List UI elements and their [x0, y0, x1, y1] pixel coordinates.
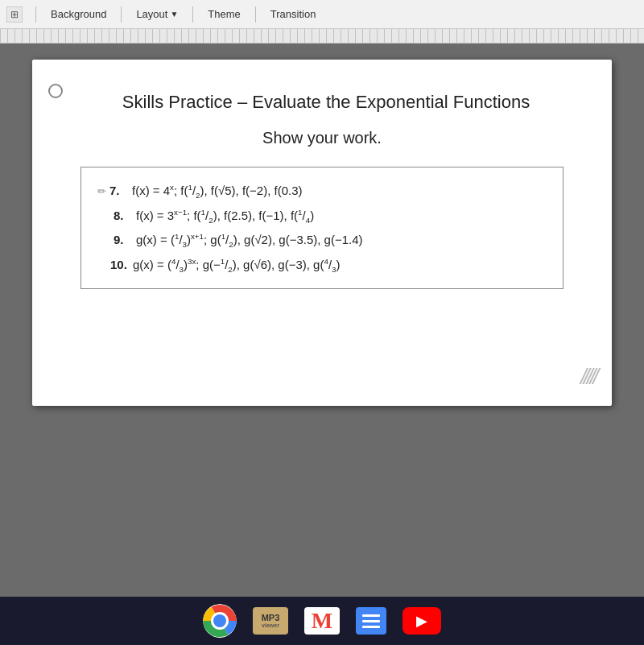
- transition-button[interactable]: Transition: [262, 5, 324, 23]
- gmail-app-icon[interactable]: M: [304, 607, 340, 635]
- chrome-app-icon[interactable]: [203, 604, 237, 638]
- youtube-play-icon: ▶: [416, 614, 427, 628]
- layout-label: Layout: [136, 8, 167, 20]
- problem-box: ✏ 7. f(x) = 4x; f(1/2), f(√5), f(−2), f(…: [80, 167, 564, 289]
- mp3-sublabel: viewer: [262, 622, 279, 628]
- background-button[interactable]: Background: [43, 5, 114, 23]
- slide-subtitle: Show your work.: [64, 129, 580, 147]
- docs-line-2: [362, 620, 380, 622]
- problem-row-8: 8. f(x) = 3x−1; f(1/2), f(2.5), f(−1), f…: [97, 204, 547, 229]
- problem-row-9: 9. g(x) = (1/3)x+1; g(1/2), g(√2), g(−3.…: [97, 228, 547, 253]
- chrome-icon: [203, 604, 237, 638]
- problem-row-10: 10. g(x) = (4/3)3x; g(−1/2), g(√6), g(−3…: [97, 253, 547, 278]
- gmail-m-icon: M: [312, 610, 332, 632]
- problem-10-content: g(x) = (4/3)3x; g(−1/2), g(√6), g(−3), g…: [133, 253, 341, 278]
- svg-point-2: [213, 614, 226, 627]
- slide-area: Skills Practice – Evaluate the Exponenti…: [0, 43, 644, 597]
- back-button[interactable]: ⊞: [6, 6, 23, 23]
- problem-7-num: 7.: [109, 179, 132, 203]
- problem-9-content: g(x) = (1/3)x+1; g(1/2), g(√2), g(−3.5),…: [136, 228, 363, 253]
- problem-7-pencil-icon: ✏: [97, 181, 106, 202]
- problem-8-content: f(x) = 3x−1; f(1/2), f(2.5), f(−1), f(1/…: [136, 204, 314, 229]
- theme-button[interactable]: Theme: [200, 5, 248, 23]
- youtube-app-icon[interactable]: ▶: [402, 607, 441, 635]
- problem-row-7: ✏ 7. f(x) = 4x; f(1/2), f(√5), f(−2), f(…: [97, 179, 547, 204]
- layout-button[interactable]: Layout ▼: [128, 5, 186, 23]
- toolbar-separator-4: [255, 6, 256, 23]
- ruler-marks: [0, 29, 644, 43]
- slash-marks: /////: [580, 364, 596, 390]
- problem-8-num: 8.: [114, 204, 136, 228]
- layout-chevron-icon: ▼: [170, 10, 178, 19]
- toolbar: ⊞ Background Layout ▼ Theme Transition: [0, 0, 644, 29]
- problem-10-num: 10.: [110, 253, 133, 277]
- problem-9-num: 9.: [114, 228, 136, 252]
- problem-7-content: f(x) = 4x; f(1/2), f(√5), f(−2), f(0.3): [132, 179, 303, 204]
- docs-line-3: [362, 626, 380, 628]
- toolbar-separator-2: [121, 6, 122, 23]
- slide-circle-indicator: [48, 84, 63, 98]
- toolbar-separator: [35, 6, 36, 23]
- mp3-label: MP3: [262, 614, 280, 622]
- slide: Skills Practice – Evaluate the Exponenti…: [32, 60, 612, 406]
- ruler: [0, 29, 644, 43]
- mp3-app-icon[interactable]: MP3 viewer: [253, 607, 288, 635]
- docs-line-1: [362, 614, 380, 617]
- slide-title: Skills Practice – Evaluate the Exponenti…: [64, 92, 580, 113]
- toolbar-separator-3: [192, 6, 193, 23]
- taskbar: MP3 viewer M ▶: [0, 597, 644, 645]
- docs-app-icon[interactable]: [356, 607, 386, 635]
